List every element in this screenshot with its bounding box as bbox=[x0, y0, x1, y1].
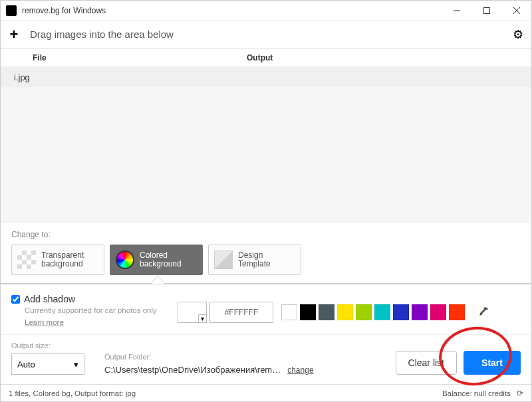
chevron-down-icon: ▾ bbox=[198, 314, 206, 322]
swatch-6[interactable] bbox=[393, 304, 409, 320]
swatch-0[interactable] bbox=[281, 304, 297, 320]
add-files-button[interactable]: + bbox=[1, 21, 27, 48]
refresh-balance-button[interactable]: ⟳ bbox=[517, 389, 523, 397]
options-panel: Add shadow Currently supported for car p… bbox=[1, 284, 531, 335]
file-name: i.jpg bbox=[14, 72, 30, 82]
change-to-label: Change to: bbox=[11, 230, 521, 239]
option-transparent-bg[interactable]: Transparent background bbox=[11, 245, 104, 275]
swatch-7[interactable] bbox=[412, 304, 428, 320]
eyedropper-icon bbox=[478, 307, 489, 318]
titlebar: remove.bg for Windows bbox=[1, 1, 531, 21]
add-shadow-desc: Currently supported for car photos only bbox=[25, 306, 164, 316]
swatch-3[interactable] bbox=[337, 304, 353, 320]
window-title: remove.bg for Windows bbox=[22, 6, 442, 15]
learn-more-link[interactable]: Learn more bbox=[25, 318, 64, 326]
bottom-panel: Output size: Auto ▾ Output Folder: C:\Us… bbox=[1, 335, 531, 384]
change-to-panel: Change to: Transparent background Colore… bbox=[1, 223, 531, 283]
eyedropper-button[interactable] bbox=[475, 304, 491, 320]
table-header: File Output bbox=[1, 49, 531, 67]
color-preview-dropdown[interactable]: ▾ bbox=[178, 302, 207, 323]
swatch-8[interactable] bbox=[430, 304, 446, 320]
status-left: 1 files, Colored bg, Output format: jpg bbox=[9, 389, 136, 397]
maximize-button[interactable] bbox=[471, 1, 501, 21]
output-size-select[interactable]: Auto ▾ bbox=[11, 353, 84, 375]
gear-icon: ⚙ bbox=[513, 27, 523, 42]
checker-icon bbox=[17, 251, 36, 269]
swatch-9[interactable] bbox=[449, 304, 465, 320]
status-bar: 1 files, Colored bg, Output format: jpg … bbox=[1, 384, 531, 401]
output-folder-path: C:\Users\testp\OneDrive\Изображения\rem… bbox=[104, 365, 281, 375]
swatch-1[interactable] bbox=[300, 304, 316, 320]
option-design-template[interactable]: Design Template bbox=[208, 245, 301, 275]
svg-rect-1 bbox=[483, 7, 489, 13]
add-shadow-label: Add shadow bbox=[24, 294, 75, 304]
table-row[interactable]: i.jpg bbox=[1, 67, 531, 87]
clear-list-button[interactable]: Clear list bbox=[396, 351, 457, 375]
chevron-down-icon: ▾ bbox=[74, 359, 78, 369]
start-button[interactable]: Start bbox=[464, 351, 521, 375]
app-icon bbox=[6, 5, 17, 16]
swatch-4[interactable] bbox=[356, 304, 372, 320]
add-shadow-checkbox[interactable] bbox=[11, 295, 20, 304]
column-output: Output bbox=[247, 53, 531, 62]
settings-button[interactable]: ⚙ bbox=[505, 21, 531, 48]
minimize-button[interactable] bbox=[442, 1, 471, 21]
toolbar: + Drag images into the area below ⚙ bbox=[1, 21, 531, 49]
output-size-label: Output size: bbox=[11, 342, 84, 350]
refresh-icon: ⟳ bbox=[517, 389, 523, 397]
file-drop-area[interactable]: i.jpg bbox=[1, 67, 531, 223]
color-hex-input[interactable]: #FFFFFF bbox=[209, 302, 273, 323]
plus-icon: + bbox=[10, 26, 19, 43]
output-folder-label: Output Folder: bbox=[104, 353, 376, 361]
drag-hint: Drag images into the area below bbox=[27, 29, 505, 40]
swatch-5[interactable] bbox=[374, 304, 390, 320]
colorwheel-icon bbox=[116, 251, 134, 269]
swatch-2[interactable] bbox=[319, 304, 334, 320]
close-button[interactable] bbox=[501, 1, 531, 21]
cube-icon bbox=[214, 251, 233, 269]
selected-arrow-icon bbox=[151, 276, 164, 284]
option-colored-bg[interactable]: Colored background bbox=[110, 245, 203, 275]
column-file: File bbox=[1, 53, 247, 62]
status-balance: Balance: null credits bbox=[442, 389, 511, 397]
change-folder-link[interactable]: change bbox=[287, 365, 313, 375]
